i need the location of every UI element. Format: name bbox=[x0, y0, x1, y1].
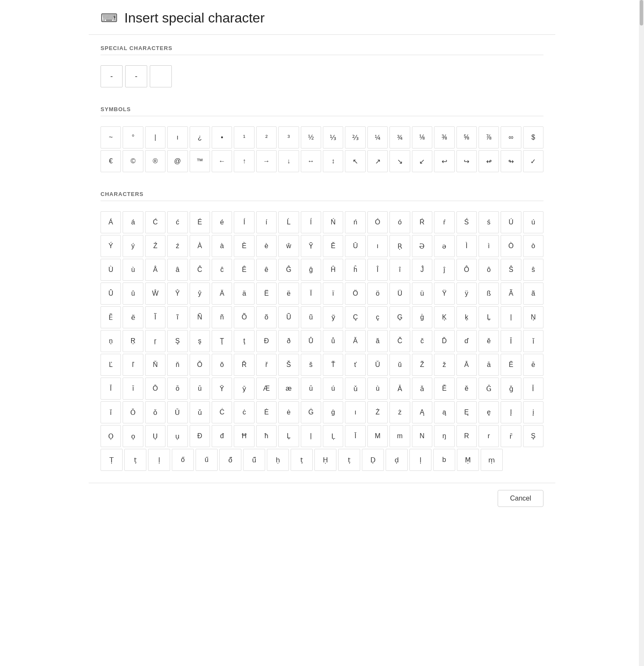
char-y-tilde-lc[interactable]: ỹ bbox=[323, 306, 343, 328]
char-n-cedilla-lc[interactable]: ņ bbox=[101, 330, 121, 352]
char-u-grave-lc-2[interactable]: ù bbox=[367, 378, 388, 400]
char-A-macron-uc[interactable]: Ā bbox=[456, 354, 477, 376]
char-a-tilde-lc[interactable]: ã bbox=[523, 283, 543, 305]
char-s-circ-lc[interactable]: ŝ bbox=[523, 259, 543, 281]
char-h-dot-below[interactable]: ḥ bbox=[267, 449, 289, 471]
char-l-dot-below-2[interactable]: ḷ bbox=[409, 449, 431, 471]
char-Y-acute-uc[interactable]: Ý bbox=[101, 235, 121, 257]
sym-superscript-1[interactable]: ¹ bbox=[234, 126, 254, 148]
sym-third[interactable]: ⅓ bbox=[323, 126, 343, 148]
char-eth-lc[interactable]: ð bbox=[278, 330, 299, 352]
char-Z-dot-uc[interactable]: Ż bbox=[367, 401, 388, 423]
sym-half[interactable]: ½ bbox=[301, 126, 321, 148]
char-e-ogonek-lc[interactable]: ę bbox=[479, 401, 499, 423]
char-r-caron-lc[interactable]: ř bbox=[256, 354, 277, 376]
char-C-caron-uc[interactable]: Č bbox=[389, 330, 410, 352]
char-U-tilde-uc[interactable]: Ũ bbox=[278, 306, 299, 328]
char-i-uml-lc[interactable]: ï bbox=[323, 283, 343, 305]
char-o-uml-lc[interactable]: ö bbox=[367, 283, 388, 305]
sym-arrow-upright[interactable]: ↗ bbox=[367, 150, 388, 172]
special-char-2[interactable] bbox=[150, 65, 172, 87]
sym-seven-eighths[interactable]: ⅞ bbox=[479, 126, 499, 148]
char-W-circ-uc[interactable]: Ŵ bbox=[145, 283, 165, 305]
char-E-caron-uc[interactable]: Ě bbox=[323, 235, 343, 257]
char-i-macron-lc[interactable]: ī bbox=[123, 378, 143, 400]
char-E-uml-uc[interactable]: Ë bbox=[256, 283, 277, 305]
char-O-dot-below-uc[interactable]: Ọ bbox=[101, 425, 121, 447]
char-a-acute-lc[interactable]: á bbox=[123, 211, 143, 233]
char-i-caron-lc-2[interactable]: ǐ bbox=[101, 401, 121, 423]
char-t-dot-below-2[interactable]: ṭ bbox=[291, 449, 313, 471]
char-a-caron-lc[interactable]: ǎ bbox=[412, 378, 432, 400]
scrollbar-track[interactable] bbox=[639, 0, 644, 666]
char-u-breve-lc[interactable]: ŭ bbox=[389, 354, 410, 376]
char-U-caron-uc[interactable]: Ǔ bbox=[167, 401, 188, 423]
char-A-tilde-uc[interactable]: Ã bbox=[501, 283, 521, 305]
char-G-circ-uc[interactable]: Ĝ bbox=[278, 259, 299, 281]
char-l-acute-lc[interactable]: ĺ bbox=[301, 211, 321, 233]
special-char-0[interactable]: - bbox=[101, 65, 123, 87]
char-l-cedilla-lc-2[interactable]: ļ bbox=[301, 425, 321, 447]
char-u-dbl-acute-uml[interactable]: ű̈ bbox=[243, 449, 265, 471]
char-c-cedilla-lc[interactable]: ç bbox=[367, 306, 388, 328]
char-s-cedilla-lc[interactable]: ş bbox=[190, 330, 210, 352]
char-k-cedilla-lc[interactable]: ķ bbox=[456, 306, 477, 328]
char-R-caron-uc[interactable]: Ř bbox=[234, 354, 254, 376]
char-I-caron-uc[interactable]: Ǐ bbox=[501, 330, 521, 352]
char-I-acute-uc[interactable]: Í bbox=[234, 211, 254, 233]
char-S-cedilla-uc-2[interactable]: Ş bbox=[523, 425, 543, 447]
char-e-macron-lc[interactable]: ē bbox=[523, 354, 543, 376]
char-y-circ-lc[interactable]: ŷ bbox=[190, 283, 210, 305]
char-y-acute-lc[interactable]: ý bbox=[123, 235, 143, 257]
char-u-caron-lc[interactable]: ǔ bbox=[345, 378, 365, 400]
char-b-lc[interactable]: b bbox=[433, 449, 455, 471]
char-o-caron-lc[interactable]: ǒ bbox=[145, 401, 165, 423]
char-o-circ-lc[interactable]: ô bbox=[479, 259, 499, 281]
char-o-double-acute[interactable]: ő bbox=[172, 449, 194, 471]
char-u-caron-lc-2[interactable]: ǔ bbox=[190, 401, 210, 423]
sym-three-quarters[interactable]: ¾ bbox=[389, 126, 410, 148]
char-J-circ-uc[interactable]: Ĵ bbox=[412, 259, 432, 281]
char-A-grave-uc[interactable]: À bbox=[190, 235, 210, 257]
char-A-ogonek-uc[interactable]: Ą bbox=[412, 401, 432, 423]
char-L-acute-uc[interactable]: Ĺ bbox=[278, 211, 299, 233]
char-i-tilde-lc[interactable]: ĩ bbox=[167, 306, 188, 328]
char-D-stroke-uc[interactable]: Đ bbox=[190, 425, 210, 447]
char-u-acute-lc-2[interactable]: ú bbox=[323, 378, 343, 400]
char-t-dot-below-lc[interactable]: ṭ bbox=[124, 449, 146, 471]
char-eng-lc[interactable]: ŋ bbox=[434, 425, 454, 447]
char-d-dot-below-lc[interactable]: ḍ bbox=[386, 449, 408, 471]
char-s-acute-lc[interactable]: ś bbox=[479, 211, 499, 233]
char-Z-caron-uc[interactable]: Ž bbox=[412, 354, 432, 376]
char-r-acute-lc[interactable]: ŕ bbox=[434, 211, 454, 233]
char-I-caron-uc-2[interactable]: Ǐ bbox=[523, 378, 543, 400]
char-N-caron-uc[interactable]: Ň bbox=[145, 354, 165, 376]
sym-arrow-down[interactable]: ↓ bbox=[278, 150, 299, 172]
char-o-breve-lc[interactable]: ŏ bbox=[212, 354, 232, 376]
char-a-ogonek-lc[interactable]: ą bbox=[434, 401, 454, 423]
sym-superscript-2[interactable]: ² bbox=[256, 126, 277, 148]
char-j-circ-lc[interactable]: ĵ bbox=[434, 259, 454, 281]
char-g-caron-lc[interactable]: ǧ bbox=[501, 378, 521, 400]
sym-arrow-up[interactable]: ↑ bbox=[234, 150, 254, 172]
char-e-tilde-lc[interactable]: ẽ bbox=[123, 306, 143, 328]
char-a-uml-lc[interactable]: ä bbox=[234, 283, 254, 305]
char-H-circ-uc[interactable]: Ĥ bbox=[323, 259, 343, 281]
sym-arrow-loop-right[interactable]: ↬ bbox=[501, 150, 521, 172]
char-E-grave-uc[interactable]: È bbox=[234, 235, 254, 257]
char-C-cedilla-uc[interactable]: Ç bbox=[345, 306, 365, 328]
char-A-breve-uc[interactable]: Ă bbox=[345, 330, 365, 352]
char-t-cedilla-lc[interactable]: ţ bbox=[234, 330, 254, 352]
sym-arrow-leftright[interactable]: ↔ bbox=[301, 150, 321, 172]
char-S-caron-uc[interactable]: Š bbox=[278, 354, 299, 376]
char-e-circ-lc[interactable]: ê bbox=[256, 259, 277, 281]
char-z-dot-lc[interactable]: ż bbox=[389, 401, 410, 423]
char-z-acute-lc[interactable]: ź bbox=[167, 235, 188, 257]
char-r-lc[interactable]: r bbox=[479, 425, 499, 447]
char-T-dot-below-uc[interactable]: Ṭ bbox=[101, 449, 123, 471]
char-C-circ-uc[interactable]: Ĉ bbox=[190, 259, 210, 281]
sym-five-eighths[interactable]: ⅝ bbox=[456, 126, 477, 148]
char-S-acute-uc[interactable]: Ś bbox=[456, 211, 477, 233]
special-char-1[interactable]: - bbox=[125, 65, 147, 87]
char-o-dbl-acute-uml[interactable]: ő̈ bbox=[219, 449, 241, 471]
